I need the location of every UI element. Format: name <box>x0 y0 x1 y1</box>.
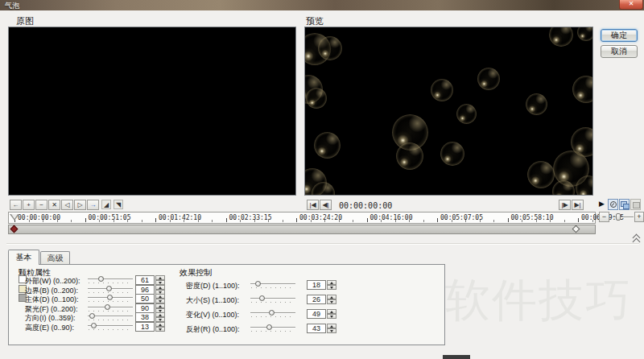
prev-keyframe-button[interactable]: ← <box>10 200 22 210</box>
ruler-minor-tick <box>142 220 142 222</box>
background-window-edge <box>443 355 470 359</box>
fade-out-button[interactable]: ◥ <box>114 200 123 209</box>
variation-value-field[interactable]: 49 <box>307 309 326 319</box>
ruler-minor-tick <box>452 220 452 222</box>
spin-down-button[interactable] <box>327 285 336 290</box>
timeline-ruler[interactable]: 00:00:00:0000:00:51:0500:01:42:1000:02:3… <box>8 212 596 224</box>
ruler-minor-tick <box>381 220 382 222</box>
slider-track[interactable] <box>250 327 295 328</box>
bubble <box>577 27 593 41</box>
ruler-major-tick <box>226 218 227 222</box>
separator-line <box>6 243 639 245</box>
reflection-value-field[interactable]: 43 <box>307 324 326 333</box>
slider-thumb[interactable] <box>269 310 275 316</box>
next-keyframe-button[interactable]: → <box>87 200 99 210</box>
bubble <box>440 142 464 166</box>
ruler-minor-tick <box>592 220 593 222</box>
slider-ticks <box>251 316 295 317</box>
ruler-time-label: 00:03:24:20 <box>299 214 342 221</box>
effect-param-row: 大小(S) (1..100):26 <box>9 295 444 304</box>
playhead-marker[interactable] <box>10 214 19 221</box>
spin-down-button[interactable] <box>327 299 336 304</box>
timeline-zoom-in-button[interactable]: + <box>634 212 644 222</box>
cancel-button[interactable]: 取消 <box>601 45 638 58</box>
spin-down-button[interactable] <box>327 328 336 333</box>
playback-speed-icon[interactable] <box>608 199 618 210</box>
prev-frame-button[interactable]: ◀| <box>320 200 332 210</box>
ruler-minor-tick <box>71 220 72 222</box>
keyframe-track[interactable] <box>8 225 596 234</box>
ruler-minor-tick <box>184 220 184 222</box>
move-keyframe-left-button[interactable]: ◁ <box>61 200 73 210</box>
ruler-time-label: 00:01:42:10 <box>159 214 201 221</box>
go-end-button[interactable]: ▶| <box>572 200 584 210</box>
ruler-major-tick <box>508 218 509 222</box>
ruler-minor-tick <box>29 220 30 222</box>
ruler-time-label: 00:00:51:05 <box>89 214 131 221</box>
remove-keyframe-button[interactable]: − <box>35 200 47 210</box>
device-monitor-icon[interactable] <box>630 199 641 210</box>
timeline-zoom-thumb[interactable] <box>616 213 621 221</box>
play-button[interactable]: ▶ <box>597 199 607 210</box>
add-keyframe-button[interactable]: + <box>23 200 35 210</box>
window-title: 气泡 <box>5 1 19 11</box>
bubble <box>431 79 453 101</box>
ruler-minor-tick <box>536 220 537 222</box>
slider-thumb[interactable] <box>266 324 272 330</box>
end-keyframe-icon[interactable] <box>572 225 580 233</box>
original-pane-label: 原图 <box>16 15 34 27</box>
tab-basic[interactable]: 基本 <box>8 250 39 265</box>
slider-ticks <box>89 320 132 320</box>
ruler-minor-tick <box>99 220 100 222</box>
ruler-time-label: 00:00:00:00 <box>18 214 60 221</box>
slider-track[interactable] <box>250 298 295 299</box>
timeline-zoom-out-button[interactable]: − <box>599 212 609 222</box>
effect-param-row: 反射(R) (0..100):43 <box>9 324 444 333</box>
ruler-major-tick <box>578 218 579 222</box>
ruler-minor-tick <box>339 220 340 222</box>
title-bar[interactable]: 气泡 ✕ <box>0 0 644 10</box>
bubble <box>306 88 327 109</box>
ruler-minor-tick <box>550 220 551 222</box>
slider-thumb[interactable] <box>259 295 265 301</box>
effect-param-row: 变化(V) (0..100):49 <box>9 309 444 319</box>
slider-ticks <box>251 302 295 303</box>
bubble <box>477 68 500 90</box>
density-value-field[interactable]: 18 <box>307 280 326 290</box>
effect-param-row: 密度(D) (1..100):18 <box>9 280 444 290</box>
next-frame-button[interactable]: |▶ <box>559 200 571 210</box>
tab-advanced[interactable]: 高级 <box>40 251 70 265</box>
ruler-minor-tick <box>212 220 213 222</box>
move-keyframe-right-button[interactable]: ▷ <box>74 200 86 210</box>
size-slider[interactable] <box>250 295 295 303</box>
density-slider[interactable] <box>250 280 295 289</box>
spin-down-button[interactable] <box>327 314 336 319</box>
watermark-text: 软件技巧 <box>445 270 632 332</box>
ruler-major-tick <box>437 218 438 222</box>
reflection-slider[interactable] <box>250 324 295 332</box>
ok-button[interactable]: 确定 <box>601 29 638 42</box>
ruler-minor-tick <box>240 220 241 222</box>
bubble <box>314 132 341 159</box>
preview-window-icon[interactable] <box>619 199 630 210</box>
slider-thumb[interactable] <box>255 281 261 287</box>
basic-tab-page: 颗粒属性 效果控制 外部(W) (0..200):61边界(B) (0..200… <box>8 264 445 345</box>
fade-in-button[interactable]: ◢ <box>101 200 111 209</box>
close-icon[interactable]: ✕ <box>619 0 643 10</box>
preview-panel <box>304 27 593 196</box>
variation-slider[interactable] <box>250 309 295 318</box>
ruler-time-label: 00:05:58:10 <box>511 214 554 221</box>
reflection-label: 反射(R) (0..100): <box>186 324 240 335</box>
size-value-field[interactable]: 26 <box>307 295 326 304</box>
ruler-minor-tick <box>522 220 522 222</box>
ruler-major-tick <box>85 218 86 222</box>
bubble-filter-dialog: 气泡 ✕ 原图 预览 确定 取消 ←+−✕◁▷→◢◥ |◀◀| 00:00:00… <box>0 0 644 359</box>
start-keyframe-icon[interactable] <box>10 225 19 233</box>
bubble <box>527 161 555 188</box>
ruler-minor-tick <box>311 220 312 222</box>
transport-left: |◀◀| <box>307 200 332 210</box>
go-start-button[interactable]: |◀ <box>307 200 319 210</box>
ruler-minor-tick <box>409 220 410 222</box>
reverse-keyframes-button[interactable]: ✕ <box>48 200 60 210</box>
ruler-minor-tick <box>57 220 58 222</box>
